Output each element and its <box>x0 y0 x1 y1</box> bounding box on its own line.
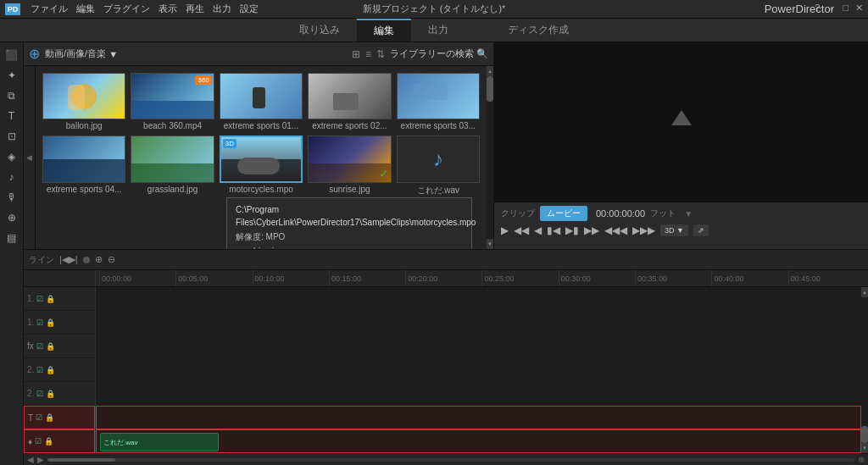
preview-triangle-indicator <box>671 110 692 125</box>
tab-import[interactable]: 取り込み <box>282 19 357 41</box>
scroll-track[interactable] <box>487 76 493 239</box>
tl-fwd-btn[interactable]: ▶ <box>37 455 44 464</box>
scroll-up-arrow[interactable]: ▲ <box>487 66 493 76</box>
tool-mask[interactable]: ◈ <box>3 147 21 166</box>
search-field[interactable]: ライブラリーの検索 🔍 <box>390 47 488 60</box>
timeline-zoom-in-btn[interactable]: ⊕ <box>95 254 103 265</box>
tool-chapter[interactable]: ⊕ <box>3 208 21 227</box>
menu-view[interactable]: 表示 <box>159 3 177 15</box>
scroll-down-arrow[interactable]: ▼ <box>487 239 493 249</box>
tool-fx[interactable]: ✦ <box>3 66 21 85</box>
track-lock-2sub[interactable]: 🔒 <box>46 390 55 398</box>
tool-media[interactable]: ⬛ <box>3 46 21 64</box>
tab-edit[interactable]: 編集 <box>357 19 411 42</box>
media-grid: ballon.jpg 360 beach 360.mp4 <box>42 73 480 197</box>
media-item-moto[interactable]: 3D motorcycles.mpo <box>220 136 303 196</box>
media-item-extreme4[interactable]: extreme sports 04... <box>42 136 125 196</box>
media-item-grass[interactable]: grassland.jpg <box>131 136 214 196</box>
timeline-bottom-bar: ◀ ▶ ⊕ <box>24 453 868 465</box>
media-label-sunrise: sunrise.jpg <box>329 185 370 194</box>
media-area: ⊕ 動画/画像/音楽 ▼ ⊞ ≡ ⇅ ライブラリーの検索 🔍 ◀ <box>24 42 868 250</box>
track-lock-1v[interactable]: 🔒 <box>46 295 55 303</box>
media-item-balloon[interactable]: ballon.jpg <box>42 73 125 130</box>
track-header-audio: ♦ ☑ 🔒 <box>24 429 95 453</box>
tl-add-btn[interactable]: ⊕ <box>858 455 865 464</box>
mode-movie-btn[interactable]: ムービー <box>540 206 587 221</box>
track-lock-title[interactable]: 🔒 <box>45 413 54 422</box>
prev-frame-btn[interactable]: ◀◀ <box>514 224 529 236</box>
media-item-audio[interactable]: ♪ これだ.wav <box>397 136 480 196</box>
timeline-zoom-fit-btn[interactable]: |◀▶| <box>59 254 78 265</box>
tl-scroll-track[interactable] <box>861 297 868 443</box>
panel-expand-arrow[interactable]: ◀ <box>24 66 36 249</box>
maximize-btn[interactable]: □ <box>843 3 849 15</box>
track-lock-1sub[interactable]: 🔒 <box>46 318 55 327</box>
track-check-2sub[interactable]: ☑ <box>36 390 43 398</box>
track-lock-fx[interactable]: 🔒 <box>46 342 55 351</box>
media-item-extreme3[interactable]: extreme sports 03... <box>397 73 480 130</box>
media-item-extreme2[interactable]: extreme sports 02... <box>308 73 391 130</box>
media-item-extreme1[interactable]: extreme sports 01... <box>220 73 303 130</box>
track-check-fx[interactable]: ☑ <box>36 342 43 351</box>
skip-back-btn[interactable]: ◀◀◀ <box>604 224 627 236</box>
tool-transition[interactable]: ⧉ <box>3 86 21 105</box>
timecode-dropdown-icon[interactable]: ▼ <box>684 209 693 219</box>
track-check-1sub[interactable]: ☑ <box>36 318 43 327</box>
menu-plugin[interactable]: プラグイン <box>103 3 150 15</box>
search-icon[interactable]: 🔍 <box>476 48 488 59</box>
tab-disk[interactable]: ディスク作成 <box>491 19 586 41</box>
track-lock-2v[interactable]: 🔒 <box>46 366 55 374</box>
scroll-thumb[interactable] <box>487 76 493 102</box>
media-grid-area: ballon.jpg 360 beach 360.mp4 <box>36 66 487 249</box>
media-item-beach[interactable]: 360 beach 360.mp4 <box>131 73 214 130</box>
track-check-2v[interactable]: ☑ <box>36 366 43 374</box>
tool-pip[interactable]: ⊡ <box>3 127 21 146</box>
audio-track-icon: ♦ <box>28 437 32 446</box>
tl-scroll-up[interactable]: ▲ <box>861 287 868 297</box>
tl-back-btn[interactable]: ◀ <box>27 455 34 464</box>
fullscreen-btn[interactable]: ⇗ <box>693 224 709 236</box>
step-back-btn[interactable]: ◀ <box>534 224 542 236</box>
tool-voice[interactable]: 🎙 <box>3 188 21 207</box>
import-btn[interactable]: ⊕ <box>29 46 40 62</box>
tab-output[interactable]: 出力 <box>411 19 465 41</box>
audio-clip[interactable]: これだ.wav <box>100 433 219 451</box>
tl-scroll-h-thumb[interactable] <box>47 458 115 462</box>
track-check-audio[interactable]: ☑ <box>35 437 42 446</box>
tool-title[interactable]: T <box>3 107 21 125</box>
tool-audio[interactable]: ♪ <box>3 168 21 186</box>
list-view-icon[interactable]: ≡ <box>365 48 371 60</box>
tl-scroll-thumb[interactable] <box>861 426 868 443</box>
track-lock-audio[interactable]: 🔒 <box>44 437 53 446</box>
mark-out-btn[interactable]: ▶▮ <box>565 224 579 236</box>
timeline-zoom-out-btn[interactable]: ⊖ <box>108 254 115 265</box>
tool-subtitle[interactable]: ▤ <box>3 229 21 247</box>
menu-edit[interactable]: 編集 <box>76 3 95 15</box>
filter-dropdown[interactable]: 動画/画像/音楽 ▼ <box>45 47 118 60</box>
play-btn[interactable]: ▶ <box>501 224 509 236</box>
skip-fwd-btn[interactable]: ▶▶▶ <box>632 224 655 236</box>
grid-view-icon[interactable]: ⊞ <box>352 48 360 60</box>
track-check-1v[interactable]: ☑ <box>36 295 43 303</box>
media-scrollbar[interactable]: ▲ ▼ <box>487 66 493 249</box>
next-frame-btn[interactable]: ▶▶ <box>584 224 599 236</box>
menu-play[interactable]: 再生 <box>186 3 204 15</box>
menu-output[interactable]: 出力 <box>213 3 231 15</box>
track-content: これだ.wav <box>96 287 861 453</box>
menu-settings[interactable]: 設定 <box>240 3 259 15</box>
timeline-toolbar: ライン |◀▶| ⊕ ⊖ <box>24 250 868 270</box>
timeline-scrollbar[interactable]: ▲ ▼ <box>861 287 868 453</box>
timeline-scrollbar-h[interactable] <box>47 458 854 462</box>
media-item-sunrise[interactable]: ✓ sunrise.jpg <box>308 136 391 196</box>
close-btn[interactable]: ✕ <box>855 3 863 15</box>
track-check-title[interactable]: ☑ <box>36 413 42 422</box>
audio-clip-label: これだ.wav <box>103 438 137 447</box>
3d-toggle-btn[interactable]: 3D ▼ <box>660 224 688 236</box>
mark-in-btn[interactable]: ▮◀ <box>547 224 560 236</box>
preview-panel: クリップ ムービー 00:00:00:00 フット ▼ ▶ ◀◀ ◀ ▮◀ ▶▮… <box>494 42 868 249</box>
timeline-label: ライン <box>29 254 54 266</box>
tl-scroll-down[interactable]: ▼ <box>861 443 868 453</box>
sort-icon[interactable]: ⇅ <box>376 48 385 60</box>
menu-file[interactable]: ファイル <box>31 3 68 15</box>
track-header-1v: 1. ☑ 🔒 <box>24 287 95 311</box>
